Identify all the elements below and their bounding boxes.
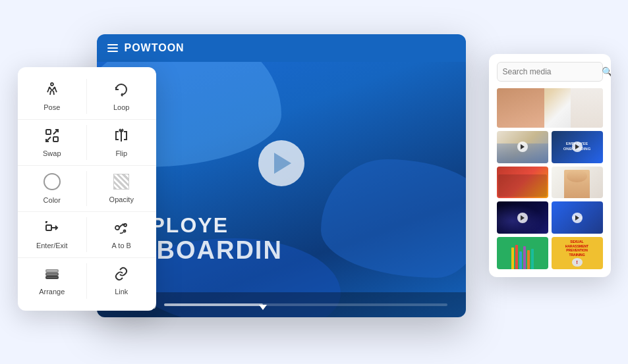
loop-icon <box>113 82 129 100</box>
toolbar-item-swap[interactable]: Swap <box>18 120 87 165</box>
play-button[interactable] <box>258 140 304 186</box>
media-search-bar[interactable]: 🔍 <box>497 62 603 82</box>
svg-point-6 <box>124 230 126 232</box>
search-icon: 🔍 <box>602 66 611 77</box>
toolbar-item-opacity[interactable]: Opacity <box>87 166 156 211</box>
arrange-label: Arrange <box>39 288 65 296</box>
toolbar-item-enter-exit[interactable]: Enter/Exit <box>18 212 87 257</box>
play-icon-small <box>572 213 583 223</box>
toolbar-row-swap-flip: Swap Flip <box>18 120 156 166</box>
toolbar-item-a-to-b[interactable]: A to B <box>87 212 156 257</box>
media-thumb-blue-vid[interactable]: VIDEO <box>552 201 603 234</box>
media-thumb-space[interactable] <box>497 201 548 234</box>
flip-label: Flip <box>115 149 127 157</box>
link-label: Link <box>115 288 128 296</box>
titlebar: POWTOON <box>97 34 466 62</box>
media-thumb-hr[interactable]: HR <box>497 88 603 128</box>
search-input[interactable] <box>503 67 602 76</box>
a-to-b-icon <box>113 220 129 238</box>
svg-rect-8 <box>46 273 58 275</box>
link-icon <box>113 266 129 284</box>
enter-exit-icon <box>44 220 60 238</box>
svg-rect-2 <box>53 137 58 142</box>
menu-button[interactable] <box>107 44 118 52</box>
pose-label: Pose <box>43 103 60 111</box>
media-panel: 🔍 HR EMPLOYEEONBOARD <box>489 54 611 277</box>
toolbar-item-color[interactable]: Color <box>18 166 87 211</box>
timeline-progress <box>164 303 263 306</box>
media-thumb-harassment[interactable]: SEXUALHARASSMENTPREVENTIONTRAINING ! <box>552 237 603 269</box>
timeline-marker <box>259 305 267 310</box>
canvas-title-line1: EMPLOYE <box>117 214 446 237</box>
svg-point-4 <box>115 226 119 230</box>
toolbar-panel: Pose Loop <box>18 67 156 311</box>
flip-icon <box>113 128 129 146</box>
media-thumb-portrait[interactable] <box>552 167 603 199</box>
toolbar-row-arrange-link: Arrange Link <box>18 258 156 304</box>
play-icon-small <box>517 213 528 223</box>
toolbar-row-enter-atob: Enter/Exit A to B <box>18 212 156 258</box>
app-logo: POWTOON <box>125 42 185 54</box>
loop-label: Loop <box>113 103 129 111</box>
swap-label: Swap <box>43 149 61 157</box>
play-icon-small <box>517 142 528 152</box>
svg-rect-3 <box>46 225 51 230</box>
toolbar-row-pose-loop: Pose Loop <box>18 74 156 120</box>
timeline-track[interactable] <box>164 303 447 306</box>
canvas-title-line2: ONBOARDIN <box>117 237 446 265</box>
canvas-text: EMPLOYE ONBOARDIN <box>117 214 446 265</box>
arrange-icon <box>44 266 60 284</box>
media-thumb-docs[interactable] <box>497 167 548 199</box>
toolbar-item-pose[interactable]: Pose <box>18 74 87 119</box>
swap-icon <box>44 128 60 146</box>
svg-rect-1 <box>46 130 51 134</box>
toolbar-item-link[interactable]: Link <box>87 258 156 304</box>
toolbar-item-arrange[interactable]: Arrange <box>18 258 87 304</box>
a-to-b-label: A to B <box>112 242 131 249</box>
media-thumb-pencils[interactable] <box>497 237 548 269</box>
color-label: Color <box>43 196 61 204</box>
play-triangle-icon <box>274 153 291 174</box>
color-icon <box>43 173 61 193</box>
play-icon-small <box>572 142 583 152</box>
toolbar-item-loop[interactable]: Loop <box>87 74 156 119</box>
svg-point-0 <box>51 83 53 86</box>
enter-exit-label: Enter/Exit <box>36 242 68 249</box>
opacity-label: Opacity <box>109 195 134 203</box>
scene-wrapper: POWTOON EMPLOYE ONBOARDIN 00:20.5 (02:10… <box>18 14 611 350</box>
media-grid: HR EMPLOYEEONBOARDING <box>497 88 603 269</box>
pose-icon <box>44 82 60 100</box>
media-thumb-onboard[interactable]: EMPLOYEEONBOARDING <box>552 131 603 163</box>
svg-rect-9 <box>46 276 58 278</box>
media-thumb-meeting[interactable] <box>497 131 548 163</box>
opacity-icon <box>113 174 129 192</box>
svg-rect-7 <box>46 270 58 272</box>
toolbar-item-flip[interactable]: Flip <box>87 120 156 165</box>
toolbar-row-color-opacity: Color Opacity <box>18 166 156 212</box>
